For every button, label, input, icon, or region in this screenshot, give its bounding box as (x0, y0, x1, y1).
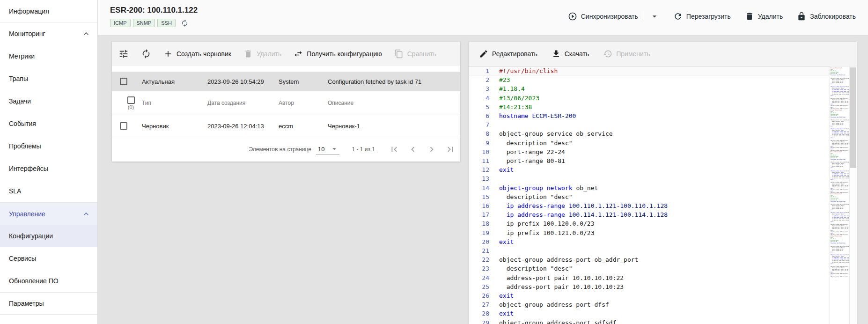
sidebar-item-interfaces[interactable]: Интерфейсы (0, 157, 97, 180)
fetch-config-button[interactable]: Получить конфигурацию (294, 49, 382, 59)
code-line[interactable]: 14object-group network ob_net (469, 184, 831, 192)
code-line[interactable]: 15 description "desc" (469, 192, 831, 201)
code-line[interactable]: 10 port-range 22-24 (469, 147, 831, 156)
line-text: #!/usr/bin/clish (489, 66, 558, 75)
code-line[interactable]: 28exit (469, 309, 831, 318)
code-line[interactable]: 2#23 (469, 75, 831, 84)
block-device-button[interactable]: Заблокировать (797, 12, 856, 21)
code-line[interactable]: 29object-group address-port sdfsdf (469, 318, 831, 324)
status-refresh-icon[interactable] (181, 19, 189, 27)
line-number: 8 (469, 129, 489, 138)
code-line[interactable]: 19 ip prefix 100.121.0.0/23 (469, 228, 831, 237)
refresh-list-icon[interactable] (141, 49, 151, 59)
table-row[interactable]: Черновик2023-09-26 12:04:13eccmЧерновик-… (112, 115, 460, 137)
code-line[interactable]: 12exit (469, 165, 831, 174)
create-draft-label: Создать черновик (177, 50, 231, 58)
minimap-line: ip prefix 100.121.0.0/23 (831, 220, 850, 221)
code-line[interactable]: 16 ip address-range 100.110.1.121-100.11… (469, 201, 831, 210)
code-line[interactable]: 5#14:21:38 (469, 103, 831, 111)
code-line[interactable]: 26exit (469, 291, 831, 300)
page-navigation (389, 144, 456, 155)
code-lines: 1#!/usr/bin/clish2#233#1.18.44#13/06/202… (469, 66, 831, 324)
code-line[interactable]: 17 ip address-range 100.114.1.121-100.11… (469, 210, 831, 219)
sidebar-item-sla[interactable]: SLA (0, 180, 97, 202)
row-checkbox[interactable] (120, 78, 127, 85)
per-page-select[interactable]: 10 (316, 144, 339, 155)
synchronize-label: Синхронизировать (581, 13, 638, 20)
delete-config-button[interactable]: Удалить (243, 49, 281, 59)
code-line[interactable]: 1#!/usr/bin/clish (469, 66, 831, 75)
column-header-date: Дата создания (207, 100, 279, 106)
content-area: Создать черновик Удалить Получить конфиг… (98, 35, 868, 324)
edit-button[interactable]: Редактировать (479, 49, 537, 59)
line-text: object-group address-port sdfsdf (489, 318, 616, 324)
sidebar: ИнформацияМониторингМетрикиТрапыЗадачиСо… (0, 0, 98, 324)
actual-config-row[interactable]: Актуальная 2023-09-26 10:54:29 System Co… (112, 72, 460, 91)
badge-icmp: ICMP (110, 19, 131, 27)
config-date: 2023-09-26 10:54:29 (207, 78, 279, 85)
code-line[interactable]: 8object-group service ob_service (469, 129, 831, 138)
sidebar-item-firmware-update[interactable]: Обновление ПО (0, 270, 97, 292)
sidebar-item-events[interactable]: События (0, 112, 97, 135)
reload-button[interactable]: Перезагрузить (673, 12, 731, 21)
line-number: 14 (469, 184, 489, 192)
select-all-checkbox[interactable] (127, 96, 135, 104)
code-line[interactable]: 4#13/06/2023 (469, 94, 831, 103)
code-editor[interactable]: 1#!/usr/bin/clish2#233#1.18.44#13/06/202… (469, 66, 857, 324)
previous-page-button[interactable] (408, 144, 418, 155)
sidebar-item-services[interactable]: Сервисы (0, 247, 97, 270)
synchronize-button[interactable]: Синхронизировать (568, 12, 638, 21)
line-text: exit (489, 291, 514, 300)
code-line[interactable]: 7 (469, 120, 831, 129)
last-page-button[interactable] (445, 144, 456, 155)
code-line[interactable]: 9 description "desc" (469, 139, 831, 147)
line-text: exit (489, 237, 514, 246)
chevron-up-icon (81, 209, 91, 219)
sidebar-item-metrics[interactable]: Метрики (0, 45, 97, 67)
line-number: 5 (469, 103, 489, 111)
row-checkbox[interactable] (120, 122, 127, 130)
code-line[interactable]: 24 address-port pair 10.10.10.10:22 (469, 273, 831, 282)
code-line[interactable]: 23 description "desc" (469, 264, 831, 273)
sidebar-item-label: Мониторинг (9, 30, 45, 37)
line-number: 20 (469, 237, 489, 246)
code-line[interactable]: 13 (469, 174, 831, 183)
synchronize-icon (568, 12, 577, 21)
device-actions: Синхронизировать Перезагрузить Удалить З… (568, 11, 856, 22)
code-line[interactable]: 20exit (469, 237, 831, 246)
sidebar-item-management[interactable]: Управление (0, 202, 97, 225)
next-page-button[interactable] (427, 144, 437, 155)
scrollbar-thumb[interactable] (850, 67, 856, 168)
sidebar-item-problems[interactable]: Проблемы (0, 135, 97, 157)
code-line[interactable]: 25 address-port pair 10.10.10.10:23 (469, 282, 831, 291)
compare-button[interactable]: Сравнить (394, 49, 436, 59)
apply-icon (603, 49, 612, 59)
code-line[interactable]: 21 (469, 246, 831, 255)
sidebar-item-tasks[interactable]: Задачи (0, 90, 97, 112)
apply-button[interactable]: Применить (603, 49, 650, 59)
code-line[interactable]: 22object-group address-port ob_addr_port (469, 255, 831, 264)
filter-icon[interactable] (118, 49, 129, 59)
sidebar-item-information[interactable]: Информация (0, 0, 97, 22)
sidebar-item-parameters[interactable]: Параметры (0, 292, 97, 315)
code-line[interactable]: 3#1.18.4 (469, 84, 831, 93)
minimap-line: address-port pair 10.10.10.10:23 (831, 186, 850, 188)
sidebar-item-traps[interactable]: Трапы (0, 67, 97, 90)
delete-device-button[interactable]: Удалить (745, 12, 783, 21)
code-line[interactable]: 11 port-range 80-81 (469, 156, 831, 165)
editor-minimap[interactable]: #!/usr/bin/clish#23#1.18.4#13/06/2023#14… (829, 66, 850, 324)
minimap-line: object-group address-port dfsf (831, 147, 850, 148)
sidebar-item-configurations[interactable]: Конфигурации (0, 225, 97, 247)
sidebar-item-label: Параметры (9, 300, 44, 307)
code-line[interactable]: 27object-group address-port dfsf (469, 300, 831, 309)
download-button[interactable]: Скачать (552, 49, 589, 59)
create-draft-button[interactable]: Создать черновик (163, 49, 231, 59)
sidebar-item-monitoring[interactable]: Мониторинг (0, 22, 97, 45)
code-line[interactable]: 6hostname ECCM-ESR-200 (469, 111, 831, 120)
line-number: 10 (469, 147, 489, 156)
synchronize-dropdown-button[interactable] (650, 12, 659, 21)
sidebar-item-label: Конфигурации (9, 232, 53, 240)
code-line[interactable]: 18 ip prefix 100.120.0.0/23 (469, 219, 831, 228)
editor-scrollbar[interactable] (849, 66, 857, 324)
first-page-button[interactable] (389, 144, 399, 155)
